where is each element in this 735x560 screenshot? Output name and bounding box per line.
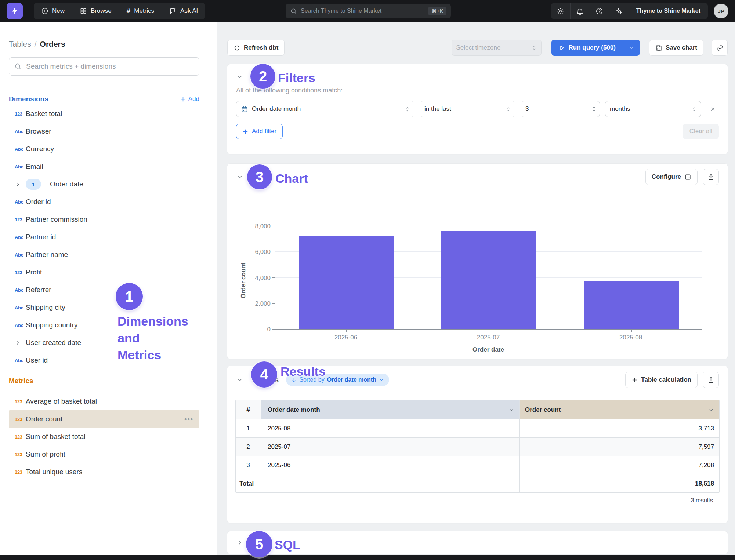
fields-search-input[interactable] [26, 62, 194, 70]
add-filter-label: Add filter [252, 128, 276, 135]
app-logo[interactable] [7, 3, 23, 19]
search-shortcut-badge: ⌘+K [428, 7, 446, 15]
help-circle-icon [595, 7, 603, 15]
top-navigation-bar: New Browse # Metrics Ask AI ⌘+K [0, 0, 735, 22]
dimension-item-order-id[interactable]: AbcOrder id [9, 193, 199, 211]
global-search[interactable]: ⌘+K [286, 4, 451, 18]
help-button[interactable] [590, 3, 609, 19]
dimension-item-partner-commission[interactable]: 123Partner commission [9, 211, 199, 228]
ask-ai-button[interactable]: Ask AI [162, 3, 205, 19]
dimension-item-user-created-date[interactable]: User created date [9, 334, 199, 352]
expand-sql-chevron[interactable] [236, 539, 243, 546]
bar-2025-06[interactable] [299, 236, 394, 329]
dimension-item-user-id[interactable]: AbcUser id [9, 352, 199, 369]
string-type-icon: Abc [15, 164, 26, 170]
run-query-button[interactable]: Run query (500) [551, 40, 623, 56]
add-filter-button[interactable]: Add filter [236, 124, 283, 139]
dimension-item-shipping-country[interactable]: AbcShipping country [9, 316, 199, 334]
field-label: Partner name [26, 251, 68, 259]
dimension-item-referrer[interactable]: AbcReferrer [9, 281, 199, 299]
field-options-kebab-icon[interactable]: ••• [184, 415, 196, 423]
run-query-label: Run query (500) [569, 44, 616, 51]
metric-item-order-count[interactable]: 123Order count••• [9, 410, 199, 428]
share-link-button[interactable] [712, 40, 728, 56]
clear-all-filters-button[interactable]: Clear all [683, 124, 719, 139]
metrics-button[interactable]: # Metrics [119, 3, 162, 19]
run-query-options-button[interactable] [623, 40, 640, 56]
grid-icon [80, 7, 87, 15]
topbar-icon-group: Thyme to Shine Market [551, 3, 708, 19]
project-switcher[interactable]: Thyme to Shine Market [629, 3, 708, 19]
metric-item-average-of-basket-total[interactable]: 123Average of basket total [9, 393, 199, 410]
plus-icon [180, 96, 186, 102]
filter-operator-select[interactable]: in the last [420, 101, 515, 117]
refresh-dbt-button[interactable]: Refresh dbt [227, 40, 285, 56]
collapse-results-chevron[interactable] [236, 376, 243, 383]
collapse-chart-chevron[interactable] [236, 173, 243, 181]
table-calculation-label: Table calculation [641, 376, 691, 383]
dimension-item-currency[interactable]: AbcCurrency [9, 140, 199, 158]
bar-2025-07[interactable] [441, 231, 536, 329]
total-label-cell: Total [236, 474, 261, 492]
collapse-filters-chevron[interactable] [236, 73, 243, 80]
settings-button[interactable] [551, 3, 571, 19]
filter-unit-select[interactable]: months [605, 101, 701, 117]
dimension-item-browser[interactable]: AbcBrowser [9, 123, 199, 140]
dimension-item-order-date[interactable]: 1Order date [9, 175, 199, 193]
field-label: Partner commission [26, 215, 87, 223]
dimension-item-partner-name[interactable]: AbcPartner name [9, 246, 199, 263]
remove-filter-button[interactable] [706, 103, 719, 115]
filter-value-input[interactable] [521, 105, 584, 113]
global-search-input[interactable] [301, 8, 424, 14]
filter-field-value: Order date month [252, 105, 301, 113]
bar-2025-08[interactable] [584, 281, 679, 329]
field-label: Order date [50, 180, 83, 188]
metric-item-sum-of-basket-total[interactable]: 123Sum of basket total [9, 428, 199, 446]
string-type-icon: Abc [15, 146, 26, 152]
x-axis-tick-label: 2025-08 [619, 334, 642, 341]
notifications-button[interactable] [571, 3, 590, 19]
timezone-select[interactable]: Select timezone [452, 40, 542, 56]
chevron-down-icon [379, 377, 384, 382]
fields-search[interactable] [9, 57, 199, 76]
dimension-item-partner-id[interactable]: AbcPartner id [9, 228, 199, 246]
dimension-item-shipping-city[interactable]: AbcShipping city [9, 299, 199, 316]
add-dimension-button[interactable]: Add [180, 95, 199, 103]
export-chart-button[interactable] [703, 169, 719, 185]
results-title: Results [252, 376, 279, 384]
arrow-down-icon [291, 377, 297, 383]
chevron-right-icon [15, 340, 21, 346]
string-type-icon: Abc [15, 129, 26, 134]
select-chevrons-icon [405, 106, 410, 112]
filter-field-select[interactable]: Order date month [236, 101, 414, 117]
order-count-column-header[interactable]: Order count [519, 400, 719, 419]
user-avatar[interactable]: JP [714, 4, 728, 18]
configure-label: Configure [652, 173, 681, 181]
table-calculation-button[interactable]: Table calculation [625, 372, 698, 388]
export-results-button[interactable] [703, 372, 719, 388]
metric-item-total-unique-users[interactable]: 123Total unique users [9, 463, 199, 481]
x-axis-tick [346, 330, 347, 332]
metric-item-sum-of-profit[interactable]: 123Sum of profit [9, 446, 199, 463]
new-button[interactable]: New [34, 3, 72, 19]
number-type-icon: 123 [15, 111, 26, 117]
dimension-item-profit[interactable]: 123Profit [9, 263, 199, 281]
dimension-item-basket-total[interactable]: 123Basket total [9, 105, 199, 123]
browse-button[interactable]: Browse [72, 3, 119, 19]
dimension-item-email[interactable]: AbcEmail [9, 158, 199, 175]
chart-section-header: Chart Configure [227, 164, 728, 185]
y-axis-tick-label: 0 [230, 326, 271, 333]
project-name: Thyme to Shine Market [636, 8, 700, 14]
order-date-month-column-header[interactable]: Order date month [261, 400, 519, 419]
field-label: Browser [26, 127, 51, 135]
save-chart-button[interactable]: Save chart [649, 40, 703, 56]
hash-icon: # [127, 7, 131, 15]
sort-pill[interactable]: Sorted by Order date month [286, 374, 389, 386]
field-label: User created date [26, 339, 81, 347]
configure-chart-button[interactable]: Configure [645, 169, 698, 185]
breadcrumb-tables-link[interactable]: Tables [9, 40, 31, 48]
number-stepper[interactable] [588, 101, 600, 117]
ai-sparkles-button[interactable] [609, 3, 629, 19]
x-axis-tick-label: 2025-07 [477, 334, 500, 341]
string-type-icon: Abc [15, 199, 26, 205]
